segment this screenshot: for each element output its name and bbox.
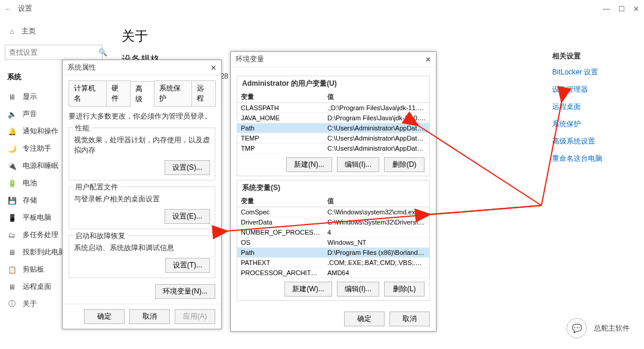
- table-row[interactable]: OSWindows_NT: [237, 238, 429, 248]
- user-edit-button[interactable]: 编辑(I)...: [337, 157, 379, 172]
- user-profile-desc: 与登录帐户相关的桌面设置: [74, 194, 210, 204]
- nav-icon: 🖥: [7, 283, 17, 291]
- nav-icon: 📱: [7, 214, 17, 222]
- nav-icon: 📋: [7, 266, 17, 274]
- environment-variables-dialog: 环境变量 ✕ Administrator 的用户变量(U) 变量值 CLASSP…: [230, 51, 436, 332]
- table-row[interactable]: DriverDataC:\Windows\System32\Drivers\Dr…: [237, 217, 429, 228]
- envdlg-cancel-button[interactable]: 取消: [389, 311, 430, 326]
- table-row[interactable]: PathD:\Program Files (x86)\Borland\Delph…: [237, 248, 429, 258]
- table-row[interactable]: JAVA_HOMED:\Program Files\Java\jdk-11.0.…: [237, 113, 429, 123]
- close-icon[interactable]: ✕: [210, 64, 216, 72]
- col-val: 值: [324, 195, 429, 207]
- col-val: 值: [324, 91, 429, 103]
- watermark-text: 总舵主软件: [594, 323, 630, 334]
- nav-icon: 🔈: [7, 110, 17, 119]
- nav-label: 通知和操作: [23, 126, 58, 136]
- user-vars-group: Administrator 的用户变量(U) 变量值 CLASSPATH.;D:…: [237, 76, 430, 176]
- table-row[interactable]: CLASSPATH.;D:\Program Files\Java\jdk-11.…: [237, 103, 429, 113]
- user-profile-title: 用户配置文件: [73, 182, 120, 192]
- related-link-0[interactable]: BitLocker 设置: [552, 67, 630, 77]
- related-link-2[interactable]: 远程桌面: [552, 102, 630, 112]
- col-var: 变量: [237, 91, 324, 103]
- related-settings: 相关设置 BitLocker 设置设备管理器远程桌面系统保护高级系统设置重命名这…: [552, 51, 630, 171]
- sysprop-ok-button[interactable]: 确定: [84, 309, 125, 324]
- nav-label: 电池: [23, 178, 37, 188]
- related-link-1[interactable]: 设备管理器: [552, 85, 630, 95]
- table-row[interactable]: TEMPC:\Users\Administrator\AppData\Local…: [237, 133, 429, 144]
- dialog-title: 环境变量: [236, 54, 264, 64]
- nav-label: 存储: [23, 195, 37, 205]
- startup-title: 启动和故障恢复: [73, 231, 128, 241]
- minimize-icon[interactable]: —: [603, 5, 610, 13]
- envdlg-ok-button[interactable]: 确定: [344, 311, 385, 326]
- window-titlebar: ← 设置 — ☐ ✕: [0, 0, 644, 18]
- related-link-4[interactable]: 高级系统设置: [552, 136, 630, 147]
- nav-label: 多任务处理: [23, 230, 58, 240]
- nav-label: 投影到此电脑: [23, 247, 66, 257]
- startup-settings-button[interactable]: 设置(T)...: [165, 258, 210, 273]
- page-title: 关于: [122, 27, 630, 45]
- nav-icon: 🖥: [7, 248, 17, 257]
- table-row[interactable]: ComSpecC:\Windows\system32\cmd.exe: [237, 207, 429, 217]
- maximize-icon[interactable]: ☐: [618, 5, 625, 13]
- nav-icon: 🔔: [7, 127, 17, 136]
- window-title: 设置: [18, 4, 603, 14]
- startup-recovery-group: 启动和故障恢复 系统启动、系统故障和调试信息 设置(T)...: [69, 235, 215, 278]
- related-link-5[interactable]: 重命名这台电脑: [552, 154, 630, 164]
- system-vars-table[interactable]: 变量值 ComSpecC:\Windows\system32\cmd.exeDr…: [237, 195, 429, 278]
- user-vars-table[interactable]: 变量值 CLASSPATH.;D:\Program Files\Java\jdk…: [237, 91, 429, 154]
- sidebar-home[interactable]: ⌂ 主页: [4, 23, 104, 40]
- sysprop-apply-button[interactable]: 应用(A): [175, 309, 215, 324]
- col-var: 变量: [237, 195, 324, 207]
- sysprop-tab-4[interactable]: 远程: [191, 80, 216, 106]
- user-profile-group: 用户配置文件 与登录帐户相关的桌面设置 设置(E)...: [69, 186, 215, 229]
- dialog-title: 系统属性: [67, 63, 96, 73]
- nav-label: 剪贴板: [23, 264, 44, 275]
- sysprop-cancel-button[interactable]: 取消: [129, 309, 170, 324]
- sysprop-tab-2[interactable]: 高级: [130, 81, 154, 107]
- close-icon[interactable]: ✕: [633, 5, 639, 13]
- nav-icon: ⓘ: [7, 299, 17, 309]
- nav-label: 关于: [23, 299, 37, 309]
- table-row[interactable]: PATHEXT.COM;.EXE;.BAT;.CMD;.VBS;.VBE;.JS…: [237, 258, 429, 268]
- sidebar-search[interactable]: 🔍: [5, 45, 103, 60]
- table-row[interactable]: PROCESSOR_ARCHITECT...AMD64: [237, 268, 429, 278]
- table-row[interactable]: PathC:\Users\Administrator\AppData\Local…: [237, 123, 429, 133]
- sysprop-tab-0[interactable]: 计算机名: [69, 80, 107, 106]
- perf-settings-button[interactable]: 设置(S)...: [165, 160, 210, 175]
- perf-desc: 视觉效果，处理器计划，内存使用，以及虚拟内存: [74, 135, 210, 155]
- back-icon[interactable]: ←: [5, 5, 12, 13]
- table-row[interactable]: TMPC:\Users\Administrator\AppData\Local\…: [237, 144, 429, 154]
- user-delete-button[interactable]: 删除(D): [384, 157, 425, 172]
- sys-edit-button[interactable]: 编辑(I)...: [337, 282, 379, 297]
- nav-icon: 💾: [7, 197, 17, 205]
- nav-label: 声音: [23, 109, 37, 119]
- related-link-3[interactable]: 系统保护: [552, 119, 630, 129]
- system-vars-title: 系统变量(S): [237, 180, 429, 195]
- search-icon: 🔍: [98, 48, 107, 57]
- sysprop-tab-1[interactable]: 硬件: [106, 80, 131, 106]
- user-new-button[interactable]: 新建(N)...: [286, 157, 332, 172]
- table-row[interactable]: NUMBER_OF_PROCESSORS4: [237, 228, 429, 238]
- perf-group: 性能 视觉效果，处理器计划，内存使用，以及虚拟内存 设置(S)...: [69, 127, 215, 180]
- startup-desc: 系统启动、系统故障和调试信息: [74, 243, 210, 253]
- sysprop-tabs: 计算机名硬件高级系统保护远程: [69, 80, 215, 107]
- user-vars-title: Administrator 的用户变量(U): [237, 76, 429, 91]
- home-label: 主页: [21, 26, 36, 36]
- system-properties-dialog: 系统属性 ✕ 计算机名硬件高级系统保护远程 要进行大多数更改，你必须作为管理员登…: [62, 60, 222, 329]
- nav-icon: 🗂: [7, 231, 17, 239]
- env-vars-button[interactable]: 环境变量(N)...: [155, 284, 215, 299]
- nav-icon: 🔋: [7, 179, 17, 188]
- nav-label: 专注助手: [23, 144, 51, 154]
- home-icon: ⌂: [7, 27, 17, 36]
- sys-delete-button[interactable]: 删除(L): [384, 282, 425, 297]
- nav-icon: 🖥: [7, 93, 17, 101]
- sysprop-hint: 要进行大多数更改，你必须作为管理员登录。: [69, 111, 215, 121]
- nav-icon: 🔌: [7, 162, 17, 170]
- user-profile-settings-button[interactable]: 设置(E)...: [165, 209, 210, 224]
- search-input[interactable]: [9, 48, 98, 57]
- close-icon[interactable]: ✕: [425, 55, 431, 64]
- sys-new-button[interactable]: 新建(W)...: [284, 282, 332, 297]
- nav-label: 平板电脑: [23, 213, 51, 223]
- sysprop-tab-3[interactable]: 系统保护: [154, 80, 192, 106]
